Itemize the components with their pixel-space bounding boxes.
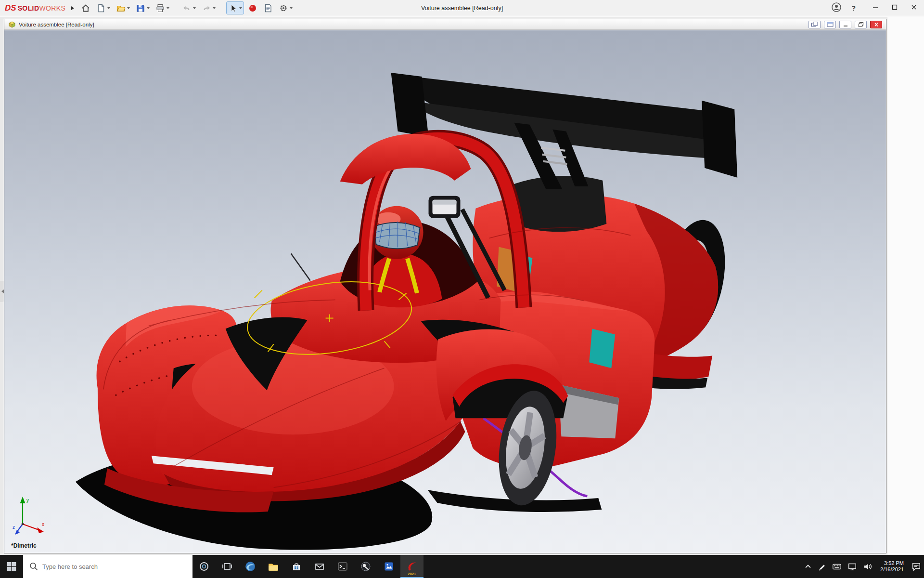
dropdown-caret[interactable] <box>127 7 130 9</box>
rebuild-button[interactable] <box>246 1 259 14</box>
graphics-viewport[interactable]: y x z *Dimetric <box>4 30 886 553</box>
account-button[interactable] <box>831 2 842 14</box>
tray-expand-button[interactable] <box>804 563 812 570</box>
help-button[interactable]: ? <box>851 4 856 12</box>
document-title-bar[interactable]: Voiture assemblee [Read-only] <box>4 19 886 30</box>
store-button[interactable] <box>285 555 308 578</box>
cortana-button[interactable] <box>192 555 216 578</box>
redo-button[interactable] <box>200 1 218 14</box>
triad-z-label: z <box>13 525 15 530</box>
save-button[interactable] <box>134 1 152 14</box>
search-icon <box>29 562 38 571</box>
edge-icon <box>244 561 256 572</box>
new-document-button[interactable] <box>94 1 112 14</box>
rebuild-icon <box>248 3 257 13</box>
store-icon <box>291 561 302 572</box>
file-properties-button[interactable] <box>261 1 275 14</box>
photos-button[interactable] <box>377 555 400 578</box>
new-document-icon <box>96 3 106 13</box>
folder-icon <box>268 561 279 572</box>
dropdown-caret[interactable] <box>290 7 293 9</box>
dropdown-caret[interactable] <box>107 7 110 9</box>
cortana-icon <box>199 561 209 572</box>
edge-button[interactable] <box>239 555 262 578</box>
task-view-button[interactable] <box>216 555 239 578</box>
mail-icon <box>314 561 325 572</box>
command-prompt-button[interactable] <box>331 555 354 578</box>
doc-window-button-a[interactable] <box>808 21 821 28</box>
screen: DS SOLID WORKS <box>0 0 924 578</box>
minimize-button[interactable] <box>872 4 879 13</box>
dropdown-caret[interactable] <box>239 7 242 9</box>
file-explorer-button[interactable] <box>262 555 285 578</box>
doc-restore-button[interactable] <box>855 21 867 28</box>
chevron-up-icon <box>804 563 812 570</box>
work-area: Voiture assemblee [Read-only] <box>0 17 924 555</box>
app-window-title: Voiture assemblee [Read-only] <box>421 5 503 12</box>
undo-button[interactable] <box>180 1 198 14</box>
select-tool-button[interactable] <box>226 1 244 14</box>
select-cursor-icon <box>228 3 238 13</box>
solidworks-logo: DS SOLID WORKS <box>5 3 65 13</box>
app-title-bar: DS SOLID WORKS <box>0 0 924 16</box>
taskbar: 2021 <box>0 555 924 578</box>
gear-icon <box>279 3 288 13</box>
clock-date: 2/16/2021 <box>880 566 904 573</box>
open-button[interactable] <box>114 1 132 14</box>
network-button[interactable] <box>847 562 857 571</box>
task-view-icon <box>222 561 232 572</box>
taskbar-search[interactable] <box>23 555 192 578</box>
doc-minimize-button[interactable] <box>839 21 851 28</box>
maximize-icon <box>891 4 898 11</box>
keyboard-icon <box>832 562 842 571</box>
antenna <box>291 254 310 281</box>
system-tray: 3:52 PM 2/16/2021 <box>804 555 924 578</box>
file-properties-icon <box>263 3 273 13</box>
solidworks-version-badge: 2021 <box>408 572 416 576</box>
close-button[interactable] <box>911 4 917 13</box>
dropdown-caret[interactable] <box>167 7 169 9</box>
side-mirror[interactable] <box>429 196 461 218</box>
home-button[interactable] <box>79 1 92 14</box>
maximize-button[interactable] <box>891 4 898 13</box>
triad-y-label: y <box>26 498 29 503</box>
doc-close-button[interactable] <box>870 21 882 28</box>
home-icon <box>81 3 90 13</box>
options-button[interactable] <box>277 1 295 14</box>
dropdown-caret[interactable] <box>213 7 216 9</box>
open-folder-icon <box>116 3 126 13</box>
dropdown-caret[interactable] <box>193 7 196 9</box>
start-button[interactable] <box>0 555 23 578</box>
print-button[interactable] <box>154 1 171 14</box>
round-app-button[interactable] <box>354 555 377 578</box>
document-title: Voiture assemblee [Read-only] <box>19 22 94 27</box>
volume-button[interactable] <box>863 562 873 571</box>
task-pane-collapsed[interactable] <box>887 17 924 555</box>
undo-icon <box>182 3 192 13</box>
car-model-render[interactable] <box>4 30 886 553</box>
document-window: Voiture assemblee [Read-only] <box>4 19 886 553</box>
chevron-left-icon <box>1 289 4 293</box>
round-app-icon <box>360 561 371 572</box>
clock-time: 3:52 PM <box>880 560 904 567</box>
window-icon <box>826 21 834 27</box>
mail-button[interactable] <box>308 555 331 578</box>
minimize-icon <box>842 22 849 27</box>
menu-expand-arrow[interactable] <box>71 6 74 10</box>
solidworks-taskbar-button[interactable]: 2021 <box>400 555 424 578</box>
ds-logo: DS <box>5 3 16 13</box>
action-center-icon <box>911 562 921 571</box>
window-icon <box>811 21 819 27</box>
search-input[interactable] <box>23 555 192 578</box>
action-center-button[interactable] <box>911 562 921 571</box>
minimize-icon <box>872 4 879 11</box>
redo-icon <box>202 3 211 13</box>
solidworks-app-icon <box>406 561 418 572</box>
teal-panel[interactable] <box>589 328 615 368</box>
windows-ink-button[interactable] <box>818 562 826 571</box>
close-icon <box>911 4 917 11</box>
taskbar-clock[interactable]: 3:52 PM 2/16/2021 <box>878 560 906 573</box>
doc-window-button-b[interactable] <box>824 21 836 28</box>
dropdown-caret[interactable] <box>147 7 150 9</box>
touch-keyboard-button[interactable] <box>832 562 842 571</box>
